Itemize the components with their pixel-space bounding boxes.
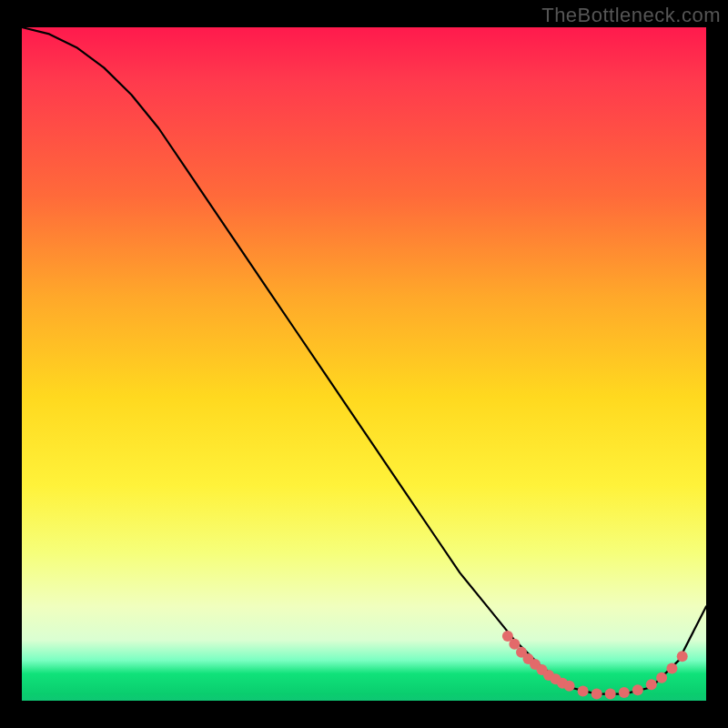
bottleneck-curve — [22, 27, 706, 694]
marker-dot — [619, 687, 630, 698]
curve-overlay — [22, 27, 706, 701]
marker-dot — [592, 689, 602, 700]
chart-stage: TheBottleneck.com — [0, 0, 728, 728]
marker-dot — [666, 663, 677, 674]
marker-dot — [605, 689, 616, 700]
marker-dot — [677, 651, 688, 662]
watermark-text: TheBottleneck.com — [541, 4, 721, 27]
marker-group — [502, 631, 688, 700]
marker-dot — [646, 679, 657, 690]
marker-dot — [632, 684, 643, 695]
marker-dot — [578, 686, 589, 697]
marker-dot — [656, 672, 667, 683]
marker-dot — [564, 681, 575, 692]
